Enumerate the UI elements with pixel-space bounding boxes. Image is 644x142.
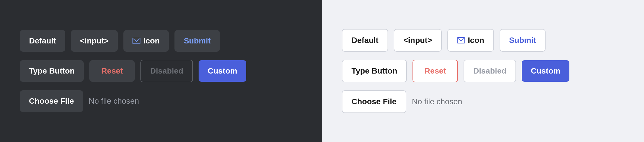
light-icon-button[interactable]: Icon: [447, 29, 494, 52]
dark-no-file-label: No file chosen: [89, 97, 139, 106]
light-choose-file-button[interactable]: Choose File: [342, 90, 406, 113]
light-row-1: Default <input> Icon Submit: [342, 29, 624, 52]
dark-disabled-button: Disabled: [140, 60, 193, 82]
light-submit-button[interactable]: Submit: [500, 29, 546, 52]
dark-icon-button[interactable]: Icon: [123, 30, 169, 52]
dark-choose-file-button[interactable]: Choose File: [20, 90, 83, 112]
dark-submit-button[interactable]: Submit: [174, 30, 220, 52]
light-typebutton-button[interactable]: Type Button: [342, 60, 407, 82]
light-icon-button-label: Icon: [468, 36, 484, 45]
envelope-icon: [132, 38, 140, 44]
dark-row-2: Type Button Reset Disabled Custom: [20, 60, 302, 82]
light-envelope-icon: [457, 37, 465, 43]
dark-default-button[interactable]: Default: [20, 30, 65, 52]
dark-input-button[interactable]: <input>: [71, 30, 118, 52]
light-file-row: Choose File No file chosen: [342, 90, 624, 113]
dark-typebutton-button[interactable]: Type Button: [20, 60, 84, 82]
light-no-file-label: No file chosen: [412, 97, 462, 106]
light-panel: Default <input> Icon Submit Type Button …: [322, 0, 644, 142]
light-row-2: Type Button Reset Disabled Custom: [342, 60, 624, 82]
dark-custom-button[interactable]: Custom: [199, 60, 246, 82]
dark-file-row: Choose File No file chosen: [20, 90, 302, 112]
light-custom-button[interactable]: Custom: [522, 60, 569, 82]
dark-reset-button[interactable]: Reset: [89, 60, 135, 82]
light-disabled-button: Disabled: [464, 60, 516, 82]
light-input-button[interactable]: <input>: [394, 29, 442, 52]
light-reset-button[interactable]: Reset: [413, 60, 458, 82]
dark-icon-button-label: Icon: [143, 36, 160, 45]
light-default-button[interactable]: Default: [342, 29, 388, 52]
dark-panel: Default <input> Icon Submit Type Button …: [0, 0, 322, 142]
dark-row-1: Default <input> Icon Submit: [20, 30, 302, 52]
